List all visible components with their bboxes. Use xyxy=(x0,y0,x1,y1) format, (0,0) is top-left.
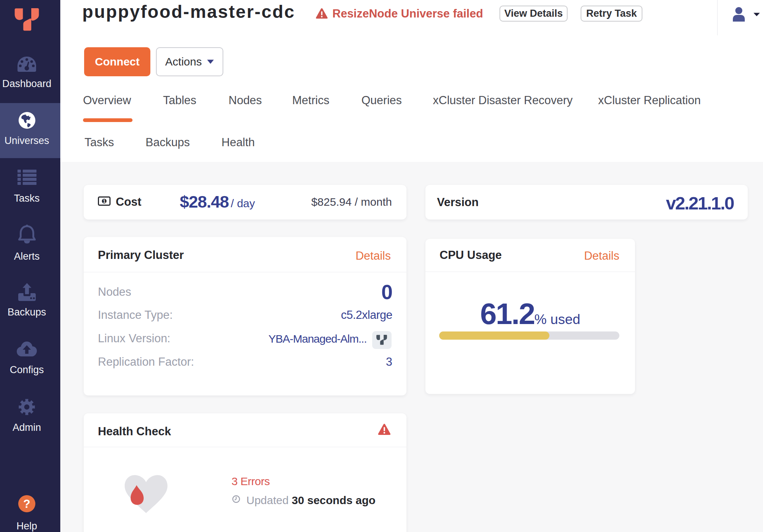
svg-text:?: ? xyxy=(23,497,31,510)
svg-text:1: 1 xyxy=(103,199,106,204)
